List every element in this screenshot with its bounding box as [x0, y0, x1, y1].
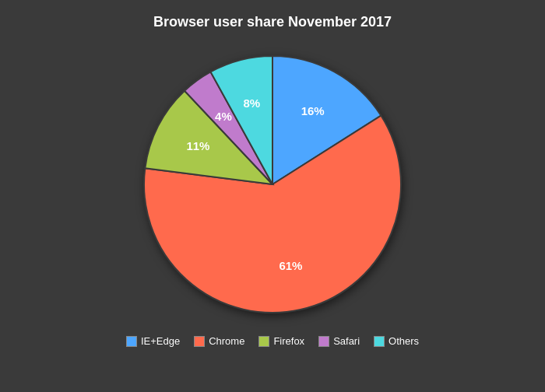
- legend-swatch: [258, 336, 269, 347]
- legend-item-chrome: Chrome: [194, 335, 244, 347]
- legend-label: Chrome: [209, 335, 244, 347]
- legend-item-others: Others: [374, 335, 419, 347]
- legend-item-safari: Safari: [318, 335, 360, 347]
- chart-title: Browser user share November 2017: [153, 14, 392, 30]
- legend-item-ie-edge: IE+Edge: [126, 335, 180, 347]
- legend: IE+EdgeChromeFirefoxSafariOthers: [126, 335, 419, 347]
- legend-label: Safari: [333, 335, 360, 347]
- legend-swatch: [126, 336, 137, 347]
- slice-label-chrome: 61%: [279, 259, 302, 272]
- legend-label: Others: [389, 335, 419, 347]
- slice-label-firefox: 11%: [186, 139, 209, 152]
- chart-container: 16%61%11%4%8%: [109, 37, 436, 332]
- slice-label-safari: 4%: [215, 110, 232, 123]
- legend-label: IE+Edge: [141, 335, 180, 347]
- legend-label: Firefox: [273, 335, 304, 347]
- legend-swatch: [318, 336, 329, 347]
- legend-item-firefox: Firefox: [258, 335, 304, 347]
- slice-label-others: 8%: [243, 96, 260, 110]
- slice-label-ie+edge: 16%: [301, 104, 325, 117]
- legend-swatch: [374, 336, 385, 347]
- legend-swatch: [194, 336, 205, 347]
